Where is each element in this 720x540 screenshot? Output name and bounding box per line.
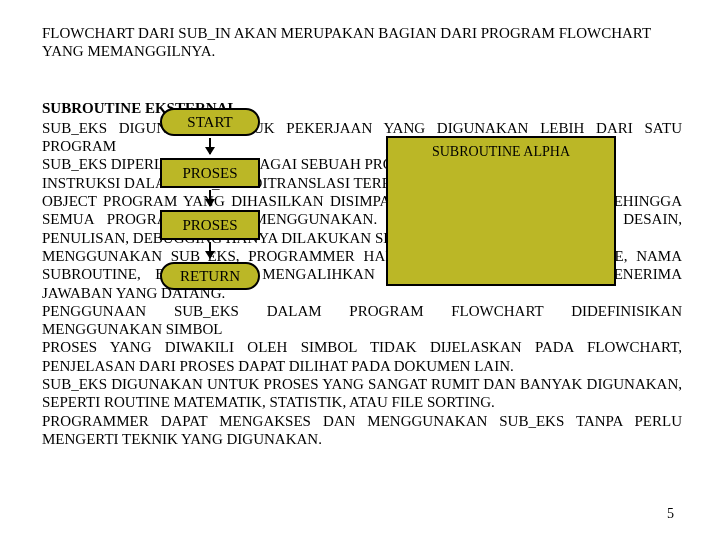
paragraph: SUB_EKS DIGUNAKAN UNTUK PROSES YANG SANG… — [42, 375, 682, 412]
flowchart-start-label: START — [187, 114, 232, 131]
flowchart-return-label: RETURN — [180, 268, 240, 285]
flowchart-subroutine-block: SUBROUTINE ALPHA — [386, 136, 616, 286]
paragraph: PENGGUNAAN SUB_EKS DALAM PROGRAM FLOWCHA… — [42, 302, 682, 339]
flowchart-process-2-label: PROSES — [182, 217, 237, 234]
page-number: 5 — [667, 506, 674, 522]
flowchart-arrow — [209, 242, 211, 258]
paragraph: PROGRAMMER DAPAT MENGAKSES DAN MENGGUNAK… — [42, 412, 682, 449]
section-heading: SUBROUTINE EKSTERNAL — [42, 99, 682, 117]
flowchart-arrow — [209, 138, 211, 154]
paragraph: PROSES YANG DIWAKILI OLEH SIMBOL TIDAK D… — [42, 338, 682, 375]
flowchart-start-terminal: START — [160, 108, 260, 136]
intro-text: FLOWCHART DARI SUB_IN AKAN MERUPAKAN BAG… — [42, 24, 682, 61]
flowchart-return-terminal: RETURN — [160, 262, 260, 290]
flowchart-subroutine-label: SUBROUTINE ALPHA — [432, 144, 570, 160]
flowchart-arrow — [209, 190, 211, 206]
flowchart-process-1-label: PROSES — [182, 165, 237, 182]
flowchart-process-1: PROSES — [160, 158, 260, 188]
flowchart-process-2: PROSES — [160, 210, 260, 240]
